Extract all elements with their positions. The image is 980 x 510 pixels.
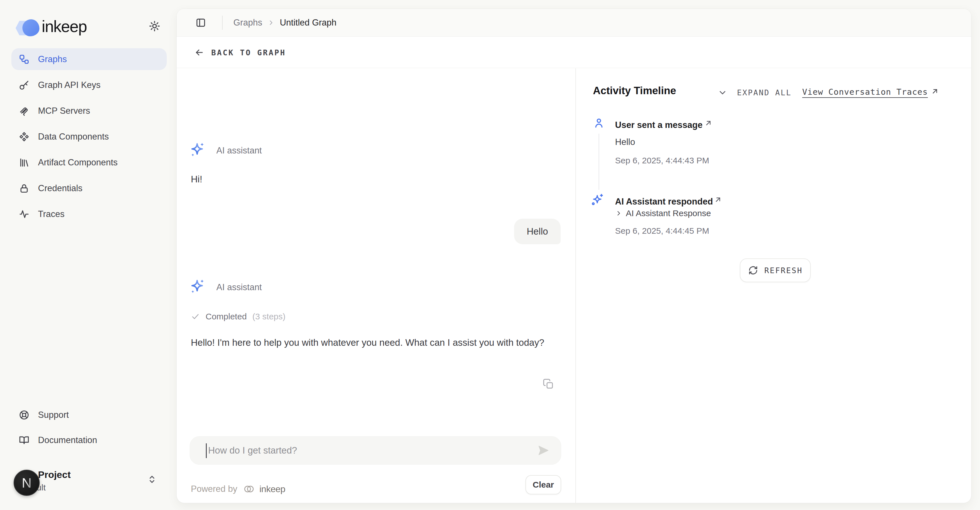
project-selector[interactable]: Default Project N [8,465,167,502]
timeline-entry-title[interactable]: AI Assistant responded [615,196,713,207]
sidebar-item-graph-api-keys[interactable]: Graph API Keys [11,74,167,96]
timeline-title: Activity Timeline [593,85,676,97]
send-button[interactable] [536,444,550,457]
completion-status[interactable]: Completed (3 steps) [191,312,286,321]
sidebar-item-credentials[interactable]: Credentials [11,177,167,199]
sidebar-item-traces[interactable]: Traces [11,203,167,225]
sidebar-item-artifact-components[interactable]: Artifact Components [11,151,167,173]
sparkles-icon [591,193,604,207]
refresh-button-label: REFRESH [765,266,803,275]
sidebar-item-label: Graphs [38,54,67,64]
sidebar-item-label: Support [38,410,69,420]
assistant-message-greeting: Hi! [191,174,202,185]
check-icon [191,312,200,321]
chat-input-container [190,436,561,465]
sidebar-item-support[interactable]: Support [11,404,167,426]
inkeep-mark-icon [243,483,255,495]
copy-icon [543,378,554,390]
timeline-connector [598,134,599,190]
copy-button[interactable] [542,378,555,390]
sidebar-item-documentation[interactable]: Documentation [11,429,167,451]
mcp-icon [19,105,30,116]
avatar-letter: N [22,475,32,491]
view-traces-label: View Conversation Traces [802,87,928,97]
component-icon [19,131,30,142]
inkeep-logo-icon[interactable] [16,19,40,37]
key-icon [19,80,30,91]
sidebar-item-mcp-servers[interactable]: MCP Servers [11,100,167,122]
library-icon [19,157,30,168]
arrow-up-right-icon[interactable] [704,119,713,128]
lock-icon [19,183,30,194]
clear-button[interactable]: Clear [525,475,561,494]
expand-all-button[interactable]: EXPAND ALL [737,88,792,97]
sidebar-item-label: Graph API Keys [38,80,101,90]
clear-button-label: Clear [533,480,554,489]
refresh-button[interactable]: REFRESH [740,258,811,282]
chevrons-up-down-icon [146,474,158,485]
sidebar-nav: Graphs Graph API Keys MCP Servers [11,48,167,229]
project-avatar: N [14,470,40,496]
status-steps: (3 steps) [252,312,286,321]
sidebar: inkeep Graphs [0,0,177,510]
user-message-bubble: Hello [514,219,561,244]
timeline-entry-body: Hello [615,137,635,147]
arrow-up-right-icon [931,87,939,96]
expander-label: AI Assistant Response [626,209,711,218]
assistant-message-response: Hello! I'm here to help you with whateve… [191,335,560,350]
chevron-right-icon [615,210,622,217]
book-open-icon [19,435,30,446]
sidebar-item-label: Traces [38,209,65,219]
workflow-icon [19,54,30,65]
timeline-entry-timestamp: Sep 6, 2025, 4:44:45 PM [615,226,709,236]
theme-toggle-button[interactable] [145,17,164,35]
user-message-text: Hello [527,226,548,237]
main-panel: Graphs Untitled Graph BACK TO GRAPH [177,8,972,503]
user-icon [593,117,605,129]
sidebar-item-label: Documentation [38,435,97,445]
sidebar-item-label: Credentials [38,183,83,193]
status-label: Completed [205,312,247,321]
activity-icon [19,209,30,220]
chevron-down-icon[interactable] [718,88,727,97]
powered-by-label: Powered by [191,484,237,494]
timeline-entry-timestamp: Sep 6, 2025, 4:44:43 PM [615,156,709,165]
activity-timeline-panel: Activity Timeline EXPAND ALL View Conver… [576,9,972,503]
view-conversation-traces-link[interactable]: View Conversation Traces [802,87,939,97]
powered-by-brand: inkeep [259,484,285,494]
project-title: Project [38,469,71,480]
assistant-sparkles-icon [189,142,206,159]
powered-by-link[interactable]: Powered by inkeep [191,483,285,495]
sidebar-item-data-components[interactable]: Data Components [11,126,167,148]
sidebar-item-label: MCP Servers [38,106,90,116]
chat-message-input[interactable] [208,437,528,464]
sun-icon [149,20,161,32]
refresh-icon [748,265,758,276]
sidebar-item-label: Artifact Components [38,158,118,167]
life-buoy-icon [19,410,30,420]
arrow-up-right-icon[interactable] [714,195,722,204]
text-cursor [206,443,207,458]
sidebar-item-label: Data Components [38,132,109,142]
assistant-sparkles-icon [189,278,206,295]
logo-blob [22,19,40,36]
logo-wordmark: inkeep [42,17,87,36]
timeline-entry-title[interactable]: User sent a message [615,120,702,130]
send-icon [537,444,550,457]
assistant-response-expander[interactable]: AI Assistant Response [615,209,711,218]
assistant-name-label: AI assistant [216,145,262,156]
sidebar-item-graphs[interactable]: Graphs [11,48,167,70]
assistant-name-label: AI assistant [216,282,262,292]
chat-preview: AI assistant Hi! Hello AI assistant [177,9,575,503]
